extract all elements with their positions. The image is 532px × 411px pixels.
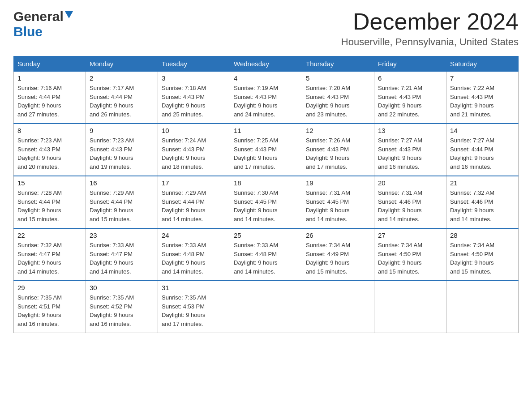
calendar-cell: 2 Sunrise: 7:17 AM Sunset: 4:44 PM Dayli… [86, 72, 158, 124]
day-number: 26 [306, 231, 370, 239]
calendar-cell: 28 Sunrise: 7:34 AM Sunset: 4:50 PM Dayl… [446, 228, 519, 281]
calendar-table: SundayMondayTuesdayWednesdayThursdayFrid… [13, 56, 519, 333]
day-info: Sunrise: 7:19 AM Sunset: 4:43 PM Dayligh… [234, 84, 298, 119]
day-info: Sunrise: 7:34 AM Sunset: 4:49 PM Dayligh… [306, 241, 370, 276]
calendar-cell: 11 Sunrise: 7:25 AM Sunset: 4:43 PM Dayl… [230, 124, 302, 176]
day-number: 5 [306, 74, 370, 82]
calendar-cell: 26 Sunrise: 7:34 AM Sunset: 4:49 PM Dayl… [302, 228, 374, 281]
day-number: 31 [162, 284, 226, 291]
calendar-cell: 25 Sunrise: 7:33 AM Sunset: 4:48 PM Dayl… [230, 228, 302, 281]
calendar-cell: 9 Sunrise: 7:23 AM Sunset: 4:43 PM Dayli… [86, 124, 158, 176]
calendar-cell: 13 Sunrise: 7:27 AM Sunset: 4:43 PM Dayl… [374, 124, 446, 176]
day-info: Sunrise: 7:27 AM Sunset: 4:44 PM Dayligh… [450, 136, 515, 171]
day-info: Sunrise: 7:35 AM Sunset: 4:51 PM Dayligh… [17, 293, 82, 328]
day-info: Sunrise: 7:33 AM Sunset: 4:47 PM Dayligh… [90, 241, 154, 276]
day-number: 30 [90, 284, 154, 291]
day-number: 27 [378, 231, 442, 239]
calendar-body: 1 Sunrise: 7:16 AM Sunset: 4:44 PM Dayli… [14, 72, 519, 333]
day-number: 1 [17, 74, 82, 82]
calendar-cell: 12 Sunrise: 7:26 AM Sunset: 4:43 PM Dayl… [302, 124, 374, 176]
header: General Blue December 2024 Houserville, … [13, 9, 519, 48]
day-info: Sunrise: 7:34 AM Sunset: 4:50 PM Dayligh… [450, 241, 515, 276]
day-info: Sunrise: 7:32 AM Sunset: 4:47 PM Dayligh… [17, 241, 82, 276]
calendar-cell: 24 Sunrise: 7:33 AM Sunset: 4:48 PM Dayl… [158, 228, 230, 281]
calendar-cell [446, 281, 519, 333]
calendar-cell: 4 Sunrise: 7:19 AM Sunset: 4:43 PM Dayli… [230, 72, 302, 124]
calendar-cell: 19 Sunrise: 7:31 AM Sunset: 4:45 PM Dayl… [302, 176, 374, 228]
calendar-cell: 18 Sunrise: 7:30 AM Sunset: 4:45 PM Dayl… [230, 176, 302, 228]
day-number: 6 [378, 74, 442, 82]
day-number: 29 [17, 284, 82, 291]
calendar-week-3: 15 Sunrise: 7:28 AM Sunset: 4:44 PM Dayl… [14, 176, 519, 228]
day-number: 3 [162, 74, 226, 82]
header-cell-monday: Monday [86, 56, 158, 72]
calendar-cell: 23 Sunrise: 7:33 AM Sunset: 4:47 PM Dayl… [86, 228, 158, 281]
header-row: SundayMondayTuesdayWednesdayThursdayFrid… [14, 56, 519, 72]
logo: General Blue [13, 9, 73, 39]
day-info: Sunrise: 7:23 AM Sunset: 4:43 PM Dayligh… [17, 136, 82, 171]
calendar-week-5: 29 Sunrise: 7:35 AM Sunset: 4:51 PM Dayl… [14, 281, 519, 333]
day-number: 2 [90, 74, 154, 82]
day-info: Sunrise: 7:33 AM Sunset: 4:48 PM Dayligh… [162, 241, 226, 276]
day-info: Sunrise: 7:33 AM Sunset: 4:48 PM Dayligh… [234, 241, 298, 276]
calendar-cell: 31 Sunrise: 7:35 AM Sunset: 4:53 PM Dayl… [158, 281, 230, 333]
day-info: Sunrise: 7:35 AM Sunset: 4:53 PM Dayligh… [162, 293, 226, 328]
day-info: Sunrise: 7:24 AM Sunset: 4:43 PM Dayligh… [162, 136, 226, 171]
day-number: 12 [306, 127, 370, 134]
calendar-cell: 30 Sunrise: 7:35 AM Sunset: 4:52 PM Dayl… [86, 281, 158, 333]
day-info: Sunrise: 7:31 AM Sunset: 4:46 PM Dayligh… [378, 188, 442, 223]
day-info: Sunrise: 7:23 AM Sunset: 4:43 PM Dayligh… [90, 136, 154, 171]
header-cell-wednesday: Wednesday [230, 56, 302, 72]
calendar-cell [230, 281, 302, 333]
calendar-week-4: 22 Sunrise: 7:32 AM Sunset: 4:47 PM Dayl… [14, 228, 519, 281]
day-info: Sunrise: 7:25 AM Sunset: 4:43 PM Dayligh… [234, 136, 298, 171]
calendar-cell: 17 Sunrise: 7:29 AM Sunset: 4:44 PM Dayl… [158, 176, 230, 228]
header-cell-thursday: Thursday [302, 56, 374, 72]
calendar-cell: 8 Sunrise: 7:23 AM Sunset: 4:43 PM Dayli… [14, 124, 86, 176]
calendar-cell: 3 Sunrise: 7:18 AM Sunset: 4:43 PM Dayli… [158, 72, 230, 124]
header-cell-sunday: Sunday [14, 56, 86, 72]
day-info: Sunrise: 7:22 AM Sunset: 4:43 PM Dayligh… [450, 84, 515, 119]
calendar-week-1: 1 Sunrise: 7:16 AM Sunset: 4:44 PM Dayli… [14, 72, 519, 124]
day-info: Sunrise: 7:16 AM Sunset: 4:44 PM Dayligh… [17, 84, 82, 119]
calendar-cell: 27 Sunrise: 7:34 AM Sunset: 4:50 PM Dayl… [374, 228, 446, 281]
header-cell-saturday: Saturday [446, 56, 519, 72]
day-number: 10 [162, 127, 226, 134]
calendar-week-2: 8 Sunrise: 7:23 AM Sunset: 4:43 PM Dayli… [14, 124, 519, 176]
header-cell-tuesday: Tuesday [158, 56, 230, 72]
calendar-cell: 16 Sunrise: 7:29 AM Sunset: 4:44 PM Dayl… [86, 176, 158, 228]
calendar-cell: 5 Sunrise: 7:20 AM Sunset: 4:43 PM Dayli… [302, 72, 374, 124]
calendar-cell: 6 Sunrise: 7:21 AM Sunset: 4:43 PM Dayli… [374, 72, 446, 124]
day-info: Sunrise: 7:31 AM Sunset: 4:45 PM Dayligh… [306, 188, 370, 223]
day-info: Sunrise: 7:29 AM Sunset: 4:44 PM Dayligh… [162, 188, 226, 223]
day-number: 13 [378, 127, 442, 134]
day-number: 21 [450, 179, 515, 187]
day-info: Sunrise: 7:21 AM Sunset: 4:43 PM Dayligh… [378, 84, 442, 119]
day-info: Sunrise: 7:18 AM Sunset: 4:43 PM Dayligh… [162, 84, 226, 119]
day-info: Sunrise: 7:20 AM Sunset: 4:43 PM Dayligh… [306, 84, 370, 119]
logo-general-text: General [13, 9, 64, 24]
day-number: 14 [450, 127, 515, 134]
day-number: 19 [306, 179, 370, 187]
calendar-cell: 7 Sunrise: 7:22 AM Sunset: 4:43 PM Dayli… [446, 72, 519, 124]
calendar-cell [302, 281, 374, 333]
day-info: Sunrise: 7:35 AM Sunset: 4:52 PM Dayligh… [90, 293, 154, 328]
day-number: 28 [450, 231, 515, 239]
day-number: 4 [234, 74, 298, 82]
day-info: Sunrise: 7:32 AM Sunset: 4:46 PM Dayligh… [450, 188, 515, 223]
day-number: 8 [17, 127, 82, 134]
calendar-cell: 14 Sunrise: 7:27 AM Sunset: 4:44 PM Dayl… [446, 124, 519, 176]
day-info: Sunrise: 7:28 AM Sunset: 4:44 PM Dayligh… [17, 188, 82, 223]
day-info: Sunrise: 7:30 AM Sunset: 4:45 PM Dayligh… [234, 188, 298, 223]
day-number: 17 [162, 179, 226, 187]
day-number: 16 [90, 179, 154, 187]
day-number: 23 [90, 231, 154, 239]
title-area: December 2024 Houserville, Pennsylvania,… [341, 9, 519, 48]
day-number: 7 [450, 74, 515, 82]
logo-triangle-icon [65, 11, 73, 21]
calendar-cell: 10 Sunrise: 7:24 AM Sunset: 4:43 PM Dayl… [158, 124, 230, 176]
day-number: 25 [234, 231, 298, 239]
calendar-cell: 15 Sunrise: 7:28 AM Sunset: 4:44 PM Dayl… [14, 176, 86, 228]
day-number: 20 [378, 179, 442, 187]
location-subtitle: Houserville, Pennsylvania, United States [341, 36, 519, 48]
